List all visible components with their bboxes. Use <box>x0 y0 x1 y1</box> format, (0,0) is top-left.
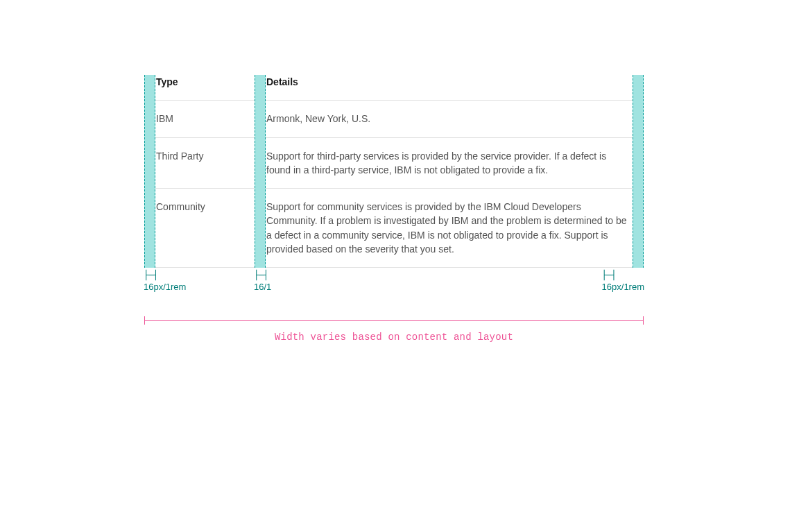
column-header-type: Type <box>156 75 255 101</box>
spacing-spec-row: ├─┤ 16px/1rem ├─┤ 16/1 ├─┤ 16px/1rem <box>144 271 644 298</box>
table-row: Community Support for community services… <box>144 189 644 268</box>
spacing-spec-label: 16/1 <box>254 282 271 292</box>
cell-details: Support for community services is provid… <box>266 189 632 268</box>
spacing-spec-left: ├─┤ 16px/1rem <box>144 271 186 291</box>
measure-bar-icon: ├─┤ <box>602 271 644 280</box>
table-header-row: Type Details <box>144 75 644 101</box>
data-table: Type Details IBM Armonk, New York, U.S. … <box>144 75 644 268</box>
measure-bar-icon: ├─┤ <box>254 271 271 280</box>
spacing-spec-label: 16px/1rem <box>602 282 644 292</box>
cell-type: Third Party <box>156 137 255 189</box>
spacing-spec-label: 16px/1rem <box>144 282 186 292</box>
width-annotation: Width varies based on content and layout <box>144 316 644 343</box>
measure-bar-icon: ├─┤ <box>144 271 186 280</box>
padding-highlight-right <box>633 75 644 268</box>
table-row: IBM Armonk, New York, U.S. <box>144 101 644 137</box>
padding-highlight-middle <box>255 75 266 268</box>
table-spec-diagram: Type Details IBM Armonk, New York, U.S. … <box>144 75 644 268</box>
spacing-spec-middle: ├─┤ 16/1 <box>254 271 271 291</box>
cell-type: Community <box>156 189 255 268</box>
width-caption: Width varies based on content and layout <box>144 332 644 343</box>
table-row: Third Party Support for third-party serv… <box>144 137 644 189</box>
cell-details: Armonk, New York, U.S. <box>266 101 632 137</box>
column-header-details: Details <box>266 75 632 101</box>
width-measure-line <box>144 316 644 325</box>
padding-highlight-left <box>144 75 155 268</box>
cell-type: IBM <box>156 101 255 137</box>
cell-details: Support for third-party services is prov… <box>266 137 632 189</box>
spacing-spec-right: ├─┤ 16px/1rem <box>602 271 644 291</box>
